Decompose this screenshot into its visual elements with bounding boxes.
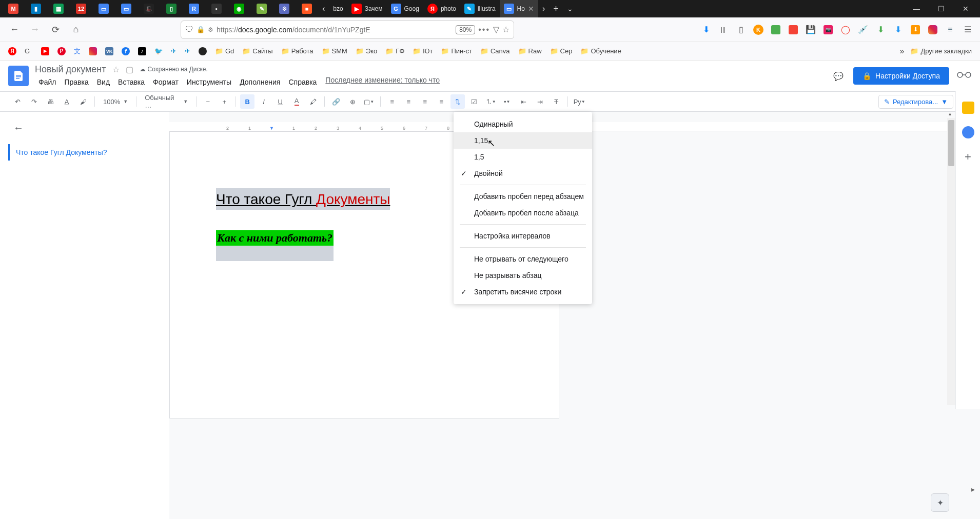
paint-format-button[interactable]: 🖌 (76, 94, 90, 109)
ext-camera-icon[interactable]: 📷 (822, 24, 834, 36)
style-dropdown[interactable]: Обычный …▼ (141, 94, 192, 109)
document-title[interactable]: Новый документ (35, 64, 106, 75)
hamburger-icon[interactable]: ☰ (962, 24, 974, 36)
spellcheck-button[interactable]: A (60, 94, 74, 109)
add-space-after[interactable]: Добавить пробел после абзаца (454, 205, 592, 221)
bm-fb[interactable]: f (120, 45, 132, 57)
ext-k-icon[interactable]: K (752, 24, 765, 36)
bm-folder-canva[interactable]: 📁Canva (478, 45, 512, 57)
line-spacing-button[interactable]: ⇅ (450, 94, 465, 109)
vertical-scrollbar[interactable]: ▴ (947, 118, 955, 405)
url-bar[interactable]: 🛡 🔒 ⚙ https://docs.google.com/document/d… (181, 21, 514, 39)
lock-icon[interactable]: 🔒 (197, 26, 205, 33)
tab-favicon-sq[interactable]: ▪ (205, 0, 228, 17)
bm-dark[interactable] (197, 45, 209, 57)
ext-ig-icon[interactable] (927, 24, 939, 36)
bm-folder-eco[interactable]: 📁Эко (354, 45, 379, 57)
tab-bzo[interactable]: bzo (329, 0, 347, 17)
bm-telegram[interactable]: ✈ (169, 45, 179, 57)
tab-favicon-org[interactable]: ■ (296, 0, 318, 17)
custom-spacing[interactable]: Настройка интервалов (454, 228, 592, 244)
new-tab-button[interactable]: + (549, 0, 563, 17)
outline-back-button[interactable]: ← (8, 122, 161, 134)
tab-favicon-doc2[interactable]: ▭ (115, 0, 138, 17)
menu-insert[interactable]: Вставка (114, 76, 148, 88)
close-tab-icon[interactable]: ✕ (528, 5, 534, 13)
keep-paragraph[interactable]: Не разрывать абзац (454, 267, 592, 284)
align-justify-button[interactable]: ≡ (434, 94, 448, 109)
menu-view[interactable]: Вид (93, 76, 113, 88)
account-glasses-icon[interactable] (956, 71, 972, 81)
redo-button[interactable]: ↷ (27, 94, 41, 109)
menu-edit[interactable]: Правка (61, 76, 92, 88)
font-size-increase[interactable]: + (217, 94, 231, 109)
ext-grid-icon[interactable] (787, 24, 799, 36)
bm-overflow-icon[interactable]: » (899, 47, 904, 56)
bm-instagram[interactable] (87, 45, 99, 57)
tab-favicon-leaf[interactable]: ✎ (250, 0, 273, 17)
nav-forward-button[interactable]: → (27, 22, 43, 38)
comment-button[interactable]: ⊕ (345, 94, 360, 109)
tab-nav-right[interactable]: › (538, 0, 549, 17)
bm-google[interactable]: G (23, 45, 35, 57)
bm-yandex[interactable]: Я (6, 45, 18, 57)
indent-increase-button[interactable]: ⇥ (533, 94, 547, 109)
align-right-button[interactable]: ≡ (418, 94, 432, 109)
image-button[interactable]: ▢▼ (362, 94, 376, 109)
spacing-single[interactable]: Одинарный (454, 116, 592, 132)
tab-list-button[interactable]: ⌄ (563, 0, 577, 17)
move-icon[interactable]: ▢ (126, 65, 133, 74)
bm-folder-smm[interactable]: 📁SMM (320, 45, 349, 57)
add-addon-icon[interactable]: + (962, 151, 974, 163)
bm-youtube[interactable]: ▶ (39, 45, 51, 57)
tab-favicon-r[interactable]: R (183, 0, 205, 17)
tab-illustra[interactable]: ✎illustra (460, 0, 500, 17)
bm-folder-work[interactable]: 📁Работа (279, 45, 316, 57)
reader-icon[interactable]: ▽ (493, 25, 499, 34)
spacing-double[interactable]: ✓Двойной (454, 165, 592, 182)
menu-help[interactable]: Справка (285, 76, 320, 88)
menu-addons[interactable]: Дополнения (236, 76, 284, 88)
tab-nav-left[interactable]: ‹ (318, 0, 329, 17)
share-button[interactable]: 🔒 Настройки Доступа (853, 67, 949, 85)
tab-youtube[interactable]: ▶Зачем (347, 0, 387, 17)
bm-folder-gd[interactable]: 📁Gd (213, 45, 236, 57)
bm-folder-yt[interactable]: 📁Ют (410, 45, 435, 57)
highlighted-text[interactable]: Как с ними работать? (216, 230, 334, 246)
bold-button[interactable]: B (240, 94, 254, 109)
spacing-115[interactable]: 1,15 (454, 132, 592, 149)
explore-button[interactable]: ✦ (931, 493, 949, 512)
bm-folder-gf[interactable]: 📁ГФ (383, 45, 406, 57)
link-button[interactable]: 🔗 (329, 94, 343, 109)
bm-folder-pin[interactable]: 📁Пин-ст (439, 45, 474, 57)
highlight-button[interactable]: 🖍 (306, 94, 320, 109)
tab-favicon-gmail[interactable]: M (2, 0, 25, 17)
menu-file[interactable]: Файл (35, 76, 60, 88)
align-left-button[interactable]: ≡ (385, 94, 399, 109)
bullet-list-button[interactable]: •▼ (500, 94, 514, 109)
window-maximize[interactable]: ☐ (929, 0, 953, 17)
ext-picker-icon[interactable]: 💉 (857, 24, 869, 36)
menu-tools[interactable]: Инструменты (183, 76, 235, 88)
widow-orphan[interactable]: ✓Запретить висячие строки (454, 284, 592, 300)
tab-favicon-book[interactable]: ▯ (160, 0, 183, 17)
keep-with-next[interactable]: Не отрывать от следующего (454, 251, 592, 267)
ext-stack-icon[interactable]: ≡ (944, 24, 956, 36)
tab-favicon-calendar[interactable]: 12 (70, 0, 92, 17)
tab-favicon-trello[interactable]: ▮ (25, 0, 47, 17)
menu-format[interactable]: Формат (149, 76, 182, 88)
underline-button[interactable]: U (273, 94, 287, 109)
align-center-button[interactable]: ≡ (401, 94, 416, 109)
indent-decrease-button[interactable]: ⇤ (516, 94, 531, 109)
clear-format-button[interactable]: T (549, 94, 563, 109)
ext-down2-icon[interactable]: ⬇ (892, 24, 904, 36)
edit-mode-dropdown[interactable]: ✎ Редактирова... ▼ (878, 95, 953, 109)
input-tools-button[interactable]: Py▼ (572, 94, 586, 109)
bm-twitter[interactable]: 🐦 (152, 45, 165, 57)
tab-yandex[interactable]: Яphoto (423, 0, 460, 17)
ext-down3-icon[interactable]: ⬇ (909, 24, 922, 36)
bookmark-star-icon[interactable]: ☆ (502, 25, 509, 34)
ext-save-icon[interactable]: 💾 (805, 24, 817, 36)
undo-button[interactable]: ↶ (10, 94, 25, 109)
bm-folder-edu[interactable]: 📁Обучение (578, 45, 623, 57)
